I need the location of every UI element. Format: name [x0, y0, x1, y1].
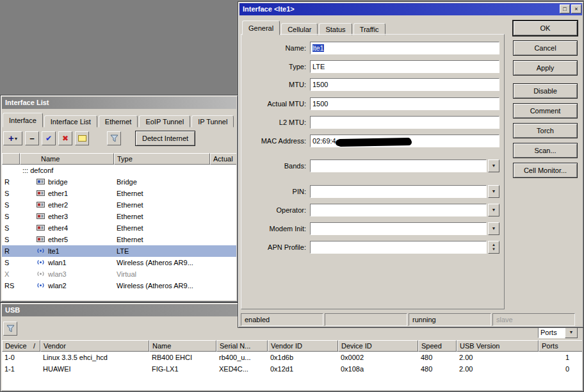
- row-name: lte1: [20, 245, 114, 257]
- mac-address-input[interactable]: 02:69:4: [310, 135, 499, 147]
- interface-row-wlan3[interactable]: Xwlan3Virtual: [2, 268, 236, 280]
- column-speed[interactable]: Speed: [418, 340, 457, 352]
- interface-list-titlebar[interactable]: Interface List: [2, 97, 236, 109]
- apn-profile-input[interactable]: [310, 241, 487, 254]
- disable-button[interactable]: ✖: [58, 131, 72, 145]
- cell-monitor-button[interactable]: Cell Monitor...: [513, 163, 578, 178]
- row-flag: S: [2, 257, 20, 268]
- column-device-id[interactable]: Device ID: [338, 340, 418, 352]
- column-vendor-id[interactable]: Vendor ID: [268, 340, 338, 352]
- row-flag: S: [2, 234, 20, 245]
- interface-name: ether3: [48, 213, 68, 220]
- status-slave: slave: [492, 313, 575, 326]
- bands-input[interactable]: [310, 159, 487, 172]
- column-usb-version[interactable]: USB Version: [457, 340, 539, 352]
- apply-button[interactable]: Apply: [513, 60, 578, 76]
- usb-row-1-1[interactable]: 1-1HUAWEIFIG-LX1XED4C...0x12d10x108a4802…: [2, 363, 582, 375]
- interface-row-lte1[interactable]: Rlte1LTE: [2, 245, 236, 257]
- comment-button[interactable]: [75, 131, 89, 145]
- usb-row-1-0[interactable]: 1-0Linux 3.3.5 ehci_hcdRB400 EHCIrb400_u…: [2, 352, 582, 363]
- cancel-button[interactable]: Cancel: [513, 40, 578, 56]
- pin-input[interactable]: [310, 185, 487, 198]
- tab-eoip-tunnel[interactable]: EoIP Tunnel: [139, 115, 190, 127]
- filter-button[interactable]: [107, 131, 121, 145]
- scan-button[interactable]: Scan...: [513, 143, 578, 158]
- row-name: ether5: [20, 234, 114, 245]
- sort-column-value[interactable]: Ports: [538, 327, 565, 338]
- interface-row-ether3[interactable]: Sether3Ethernet: [2, 211, 236, 222]
- modem-init-input[interactable]: [310, 222, 487, 235]
- row-actual: [210, 165, 236, 176]
- interface-row-comment[interactable]: ::: defconf: [2, 165, 236, 176]
- chevron-down-icon: ▼: [492, 163, 496, 168]
- field-row-apn-profile: APN Profile: ▲▼: [238, 241, 510, 254]
- enable-button[interactable]: ✔: [42, 131, 56, 145]
- bands-dropdown-button[interactable]: ▼: [488, 159, 499, 172]
- operator-input[interactable]: [310, 204, 487, 216]
- interface-row-ether1[interactable]: Sether1Ethernet: [2, 188, 236, 199]
- comment-button[interactable]: Comment: [513, 103, 578, 118]
- interface-name: wlan3: [48, 270, 67, 278]
- name-input[interactable]: lte1: [310, 42, 499, 54]
- column-name[interactable]: Name: [20, 153, 114, 165]
- remove-button[interactable]: −: [25, 131, 39, 145]
- tab-interface-list[interactable]: Interface List: [44, 115, 97, 127]
- field-row-operator: Operator: ▼: [238, 204, 510, 216]
- detect-internet-button[interactable]: Detect Internet: [135, 131, 195, 146]
- column-usb-name[interactable]: Name: [149, 340, 216, 352]
- row-name: wlan3: [20, 268, 114, 280]
- column-serial[interactable]: Serial N...: [216, 340, 268, 352]
- field-row-actual-mtu: Actual MTU: 1500: [238, 97, 510, 110]
- column-actual[interactable]: Actual: [210, 153, 236, 165]
- row-actual: [210, 280, 236, 291]
- interface-row-wlan1[interactable]: Swlan1Wireless (Atheros AR9...: [2, 257, 236, 268]
- tab-interface[interactable]: Interface: [3, 113, 43, 127]
- modem-init-dropdown-button[interactable]: ▼: [488, 222, 499, 235]
- column-flags[interactable]: [2, 153, 20, 165]
- interface-row-wlan2[interactable]: RSwlan2Wireless (Atheros AR9...: [2, 280, 236, 291]
- sort-dropdown-button[interactable]: ▼: [565, 327, 578, 338]
- row-flag: S: [2, 188, 20, 199]
- interface-row-ether4[interactable]: Sether4Ethernet: [2, 222, 236, 234]
- mtu-input[interactable]: 1500: [310, 78, 499, 91]
- column-type[interactable]: Type: [114, 153, 210, 165]
- pin-dropdown-button[interactable]: ▼: [488, 185, 499, 198]
- row-flag: R: [2, 176, 20, 188]
- tab-general[interactable]: General: [242, 20, 280, 35]
- interface-table-header: Name Type Actual: [2, 153, 236, 165]
- interface-row-bridge[interactable]: RbridgeBridge: [2, 176, 236, 188]
- tab-ip-tunnel[interactable]: IP Tunnel: [191, 115, 234, 127]
- status-blank: [325, 313, 407, 326]
- name-value: lte1: [312, 44, 324, 52]
- row-type: Wireless (Atheros AR9...: [114, 280, 210, 291]
- usb-cell: XED4C...: [216, 363, 268, 375]
- usb-cell: rb400_u...: [216, 352, 268, 363]
- restore-button[interactable]: □: [560, 4, 570, 13]
- column-vendor[interactable]: Vendor: [40, 340, 149, 352]
- status-running: running: [409, 313, 491, 326]
- torch-button[interactable]: Torch: [513, 123, 578, 138]
- comment-icon: [78, 135, 86, 142]
- tab-ethernet[interactable]: Ethernet: [99, 115, 138, 127]
- column-device[interactable]: Device /: [2, 340, 40, 352]
- interface-row-ether5[interactable]: Sether5Ethernet: [2, 234, 236, 245]
- usb-cell: 1: [539, 352, 582, 363]
- close-button[interactable]: ×: [571, 4, 581, 13]
- lte-icon: [36, 246, 45, 257]
- interface-row-ether2[interactable]: Sether2Ethernet: [2, 199, 236, 211]
- operator-dropdown-button[interactable]: ▼: [488, 204, 499, 216]
- funnel-icon: [110, 135, 118, 142]
- ok-button[interactable]: OK: [513, 20, 578, 36]
- row-flag: S: [2, 199, 20, 211]
- column-ports[interactable]: Ports: [539, 340, 582, 352]
- bands-label: Bands:: [241, 159, 306, 172]
- row-type: Ethernet: [114, 222, 210, 234]
- l2-mtu-field: [310, 116, 499, 129]
- cross-icon: ✖: [62, 134, 69, 143]
- row-actual: [210, 222, 236, 234]
- apn-profile-spinner-button[interactable]: ▲▼: [488, 241, 499, 254]
- usb-filter-button[interactable]: [3, 322, 17, 336]
- dialog-titlebar[interactable]: Interface <lte1> □ ×: [239, 3, 582, 15]
- disable-button[interactable]: Disable: [513, 83, 578, 99]
- add-button[interactable]: +▾: [3, 131, 22, 145]
